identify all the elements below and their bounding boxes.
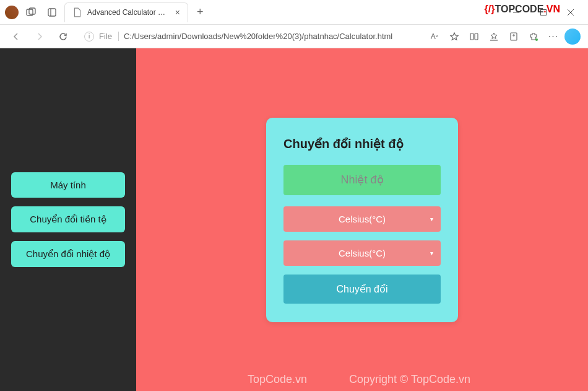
svg-rect-8: [470, 33, 473, 40]
svg-rect-9: [475, 33, 478, 40]
tab-actions-icon[interactable]: [43, 4, 61, 21]
sidebar-item-calculator[interactable]: Máy tính: [11, 172, 125, 198]
convert-button[interactable]: Chuyển đổi: [283, 275, 441, 304]
new-tab-button[interactable]: +: [192, 6, 209, 19]
page-content: Máy tính Chuyển đổi tiền tệ Chuyển đổi n…: [0, 48, 588, 391]
more-icon[interactable]: ···: [545, 28, 562, 45]
sidebar-item-currency[interactable]: Chuyển đổi tiền tệ: [11, 206, 125, 232]
file-icon: [72, 7, 82, 17]
forward-button[interactable]: [31, 28, 48, 45]
browser-tab[interactable]: Advanced Calculator with Curren ×: [64, 2, 188, 22]
sidebar-item-label: Chuyển đổi tiền tệ: [30, 214, 106, 224]
favorites-bar-icon[interactable]: [485, 28, 503, 45]
main-area: Chuyển đổi nhiệt độ Celsius(°C) Celsius(…: [136, 48, 588, 391]
split-screen-icon[interactable]: [465, 28, 483, 45]
back-button[interactable]: [7, 28, 25, 45]
sidebar-item-label: Máy tính: [50, 180, 86, 190]
url-input[interactable]: i File C:/Users/admin/Downloads/New%20fo…: [78, 29, 420, 44]
footer-watermark: TopCode.vn Copyright © TopCode.vn: [136, 373, 588, 386]
watermark-left: TopCode.vn: [248, 373, 307, 386]
address-bar: i File C:/Users/admin/Downloads/New%20fo…: [0, 25, 588, 48]
temperature-input[interactable]: [283, 165, 441, 195]
info-icon[interactable]: i: [84, 32, 94, 42]
tab-title: Advanced Calculator with Curren: [87, 8, 170, 17]
temperature-card: Chuyển đổi nhiệt độ Celsius(°C) Celsius(…: [266, 118, 458, 322]
profile-avatar[interactable]: [5, 6, 19, 19]
from-unit-select[interactable]: Celsius(°C): [283, 206, 441, 232]
svg-rect-2: [48, 9, 56, 16]
workspaces-icon[interactable]: [22, 4, 40, 21]
refresh-button[interactable]: [54, 28, 72, 45]
sidebar: Máy tính Chuyển đổi tiền tệ Chuyển đổi n…: [0, 48, 136, 391]
extensions-icon[interactable]: [525, 28, 542, 45]
card-title: Chuyển đổi nhiệt độ: [283, 136, 441, 151]
close-tab-icon[interactable]: ×: [175, 7, 180, 17]
svg-point-14: [535, 38, 538, 41]
sidebar-item-label: Chuyển đổi nhiệt độ: [26, 248, 110, 259]
read-aloud-icon[interactable]: A»: [426, 28, 443, 45]
convert-button-label: Chuyển đổi: [336, 284, 387, 294]
watermark-right: Copyright © TopCode.vn: [349, 373, 470, 386]
close-window-button[interactable]: [558, 4, 583, 21]
favorite-icon[interactable]: [446, 28, 463, 45]
topcode-logo: {/}TOPCODE.VN: [485, 4, 560, 15]
to-unit-select[interactable]: Celsius(°C): [283, 240, 441, 266]
url-text: C:/Users/admin/Downloads/New%20folder%20…: [124, 32, 392, 41]
sidebar-item-temperature[interactable]: Chuyển đổi nhiệt độ: [11, 241, 125, 267]
browser-tab-bar: Advanced Calculator with Curren × + {/}T…: [0, 0, 588, 25]
url-scheme-label: File: [99, 32, 119, 41]
collections-icon[interactable]: [505, 28, 522, 45]
copilot-icon[interactable]: [564, 29, 581, 45]
